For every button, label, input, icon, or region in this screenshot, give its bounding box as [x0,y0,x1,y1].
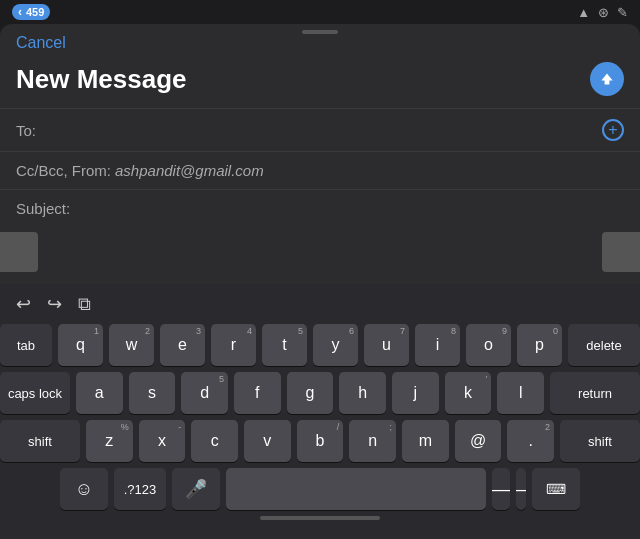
right-shift-key[interactable]: shift [560,420,640,462]
key-g[interactable]: g [287,372,334,414]
key-x[interactable]: -x [139,420,186,462]
right-shift-label: shift [588,434,612,449]
key-r[interactable]: 4r [211,324,256,366]
subject-row: Subject: [0,189,640,229]
notification-badge: ‹ 459 [12,4,50,20]
compose-window: Cancel New Message To: + Cc/Bcc, From: a… [0,24,640,229]
key-b[interactable]: /b [297,420,344,462]
key-period[interactable]: 2. [507,420,554,462]
key-y[interactable]: 6y [313,324,358,366]
signal-icon: ▲ [577,5,590,20]
numbers-key[interactable]: .?123 [114,468,166,510]
drag-handle[interactable] [302,30,338,34]
key-d[interactable]: 5d [181,372,228,414]
delete-key-label: delete [586,338,621,353]
caps-lock-label: caps lock [8,386,62,401]
key-a[interactable]: a [76,372,123,414]
undo-button[interactable]: ↩ [12,291,35,317]
caps-lock-key[interactable]: caps lock [0,372,70,414]
key-f[interactable]: f [234,372,281,414]
to-label: To: [16,122,52,139]
home-indicator [260,516,380,520]
wifi-icon: ⊛ [598,5,609,20]
dash-label: — [492,479,510,500]
key-h[interactable]: h [339,372,386,414]
dash-key[interactable]: — [492,468,510,510]
emoji-icon: ☺ [75,479,93,500]
cc-bcc-row: Cc/Bcc, From: ashpandit@gmail.com [0,151,640,189]
tab-key-label: tab [17,338,35,353]
key-n[interactable]: ;n [349,420,396,462]
key-u[interactable]: 7u [364,324,409,366]
emoji-key[interactable]: ☺ [60,468,108,510]
left-shift-label: shift [28,434,52,449]
redo-button[interactable]: ↪ [43,291,66,317]
cancel-button[interactable]: Cancel [16,34,66,52]
key-k[interactable]: 'k [445,372,492,414]
keyboard-toolbar: ↩ ↪ ⧉ [0,284,640,324]
microphone-key[interactable]: 🎤 [172,468,220,510]
status-bar-icons: ▲ ⊛ ✎ [577,5,628,20]
left-resize-handle[interactable] [0,232,38,272]
key-t[interactable]: 5t [262,324,307,366]
keyboard-row-1: tab 1q 2w 3e 4r 5t 6y 7u 8i 9o 0p delete [0,324,640,366]
key-l[interactable]: l [497,372,544,414]
subject-input[interactable] [70,200,624,217]
compose-title-row: New Message [0,58,640,108]
key-i[interactable]: 8i [415,324,460,366]
keyboard-row-2: caps lock a s 5d f g h j 'k l return [0,372,640,414]
emdash-key[interactable]: – [516,468,526,510]
send-button[interactable] [590,62,624,96]
back-arrow-icon: ‹ [18,5,22,19]
to-input[interactable] [52,122,602,139]
key-s[interactable]: s [129,372,176,414]
compose-icon: ✎ [617,5,628,20]
tab-key[interactable]: tab [0,324,52,366]
space-key[interactable] [226,468,486,510]
to-field-row: To: + [0,108,640,151]
key-o[interactable]: 9o [466,324,511,366]
delete-key[interactable]: delete [568,324,640,366]
clipboard-button[interactable]: ⧉ [74,292,95,317]
add-recipient-button[interactable]: + [602,119,624,141]
badge-count: 459 [26,6,44,18]
key-v[interactable]: v [244,420,291,462]
microphone-icon: 🎤 [185,478,207,500]
key-w[interactable]: 2w [109,324,154,366]
key-at[interactable]: @ [455,420,502,462]
up-arrow-icon [599,71,615,87]
keyboard-row-3: shift %z -x c v /b ;n m @ 2. shift [0,420,640,462]
subject-label: Subject: [16,200,70,217]
svg-marker-0 [601,73,612,84]
right-resize-handle[interactable] [602,232,640,272]
compose-title: New Message [16,64,187,95]
keyboard-dismiss-key[interactable]: ⌨ [532,468,580,510]
cc-bcc-label: Cc/Bcc, From: [16,162,111,179]
return-key[interactable]: return [550,372,640,414]
key-m[interactable]: m [402,420,449,462]
message-body-area[interactable] [0,229,640,289]
emdash-label: – [516,479,526,500]
left-shift-key[interactable]: shift [0,420,80,462]
return-key-label: return [578,386,612,401]
key-z[interactable]: %z [86,420,133,462]
key-p[interactable]: 0p [517,324,562,366]
key-j[interactable]: j [392,372,439,414]
key-e[interactable]: 3e [160,324,205,366]
from-email: ashpandit@gmail.com [111,162,264,179]
key-c[interactable]: c [191,420,238,462]
keyboard: ↩ ↪ ⧉ tab 1q 2w 3e 4r 5t 6y 7u 8i 9o 0p … [0,284,640,539]
keyboard-row-4: ☺ .?123 🎤 — – ⌨ [0,468,640,510]
status-bar: ‹ 459 ▲ ⊛ ✎ [0,0,640,24]
keyboard-dismiss-icon: ⌨ [546,481,566,497]
numbers-key-label: .?123 [124,482,157,497]
key-q[interactable]: 1q [58,324,103,366]
